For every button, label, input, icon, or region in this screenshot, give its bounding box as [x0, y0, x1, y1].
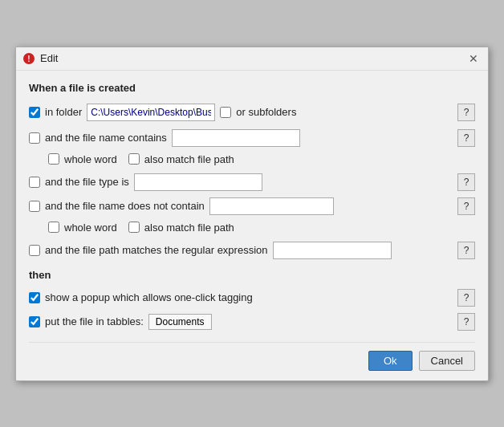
- name-contains-label: and the file name contains: [45, 132, 167, 144]
- also-match-path-2-checkbox[interactable]: [128, 222, 140, 233]
- footer: Ok Cancel: [29, 342, 475, 371]
- show-popup-row: show a popup which allows one-click tagg…: [29, 289, 475, 307]
- folder-help-button[interactable]: ?: [457, 104, 475, 121]
- name-contains-checkbox[interactable]: [29, 132, 40, 144]
- regex-row: and the file path matches the regular ex…: [29, 242, 475, 259]
- show-popup-label: show a popup which allows one-click tagg…: [45, 291, 253, 303]
- name-not-contain-label: and the file name does not contain: [45, 200, 205, 212]
- file-type-input[interactable]: [134, 173, 262, 191]
- or-subfolders-checkbox[interactable]: [220, 107, 231, 118]
- name-not-contain-row: and the file name does not contain ?: [29, 197, 475, 215]
- edit-dialog: ! Edit ✕ When a file is created in folde…: [15, 47, 489, 381]
- whole-word-2-checkbox[interactable]: [48, 222, 59, 233]
- dialog-body: When a file is created in folder or subf…: [16, 71, 488, 380]
- also-match-path-1-label: also match file path: [144, 153, 234, 165]
- dialog-title: Edit: [40, 52, 58, 64]
- regex-label: and the file path matches the regular ex…: [45, 244, 268, 256]
- svg-text:!: !: [27, 55, 30, 63]
- name-contains-options-row: whole word also match file path: [48, 153, 475, 165]
- name-not-contain-input[interactable]: [209, 197, 334, 215]
- folder-row: in folder or subfolders ?: [29, 104, 475, 121]
- ok-button[interactable]: Ok: [368, 351, 413, 371]
- regex-input[interactable]: [273, 242, 392, 259]
- documents-button[interactable]: Documents: [148, 314, 212, 330]
- in-folder-label: in folder: [45, 106, 82, 118]
- name-contains-input[interactable]: [172, 129, 300, 147]
- whole-word-2-label: whole word: [64, 222, 117, 234]
- show-popup-checkbox[interactable]: [29, 292, 40, 303]
- name-not-contain-checkbox[interactable]: [29, 201, 40, 212]
- in-folder-checkbox[interactable]: [29, 107, 40, 118]
- regex-checkbox[interactable]: [29, 245, 40, 256]
- put-in-tables-label: put the file in tabbles:: [45, 315, 144, 327]
- file-type-checkbox[interactable]: [29, 177, 40, 188]
- then-label: then: [29, 269, 475, 281]
- app-icon: !: [22, 52, 35, 65]
- name-not-contain-options-row: whole word also match file path: [48, 222, 475, 234]
- also-match-path-1-checkbox[interactable]: [128, 153, 140, 165]
- file-type-row: and the file type is ?: [29, 173, 475, 191]
- title-bar-left: ! Edit: [22, 52, 58, 65]
- show-popup-help-button[interactable]: ?: [457, 289, 475, 307]
- title-bar: ! Edit ✕: [16, 47, 488, 71]
- name-not-contain-help-button[interactable]: ?: [457, 197, 475, 215]
- put-in-tables-checkbox[interactable]: [29, 316, 40, 327]
- cancel-button[interactable]: Cancel: [419, 351, 475, 371]
- regex-help-button[interactable]: ?: [457, 242, 475, 259]
- whole-word-1-checkbox[interactable]: [48, 153, 59, 165]
- or-subfolders-label: or subfolders: [236, 106, 296, 118]
- also-match-path-2-label: also match file path: [144, 222, 234, 234]
- whole-word-1-label: whole word: [64, 153, 117, 165]
- name-contains-help-button[interactable]: ?: [457, 129, 475, 147]
- put-in-tables-row: put the file in tabbles: Documents ?: [29, 313, 475, 331]
- file-type-label: and the file type is: [45, 176, 129, 188]
- folder-input[interactable]: [87, 104, 215, 121]
- put-in-tables-help-button[interactable]: ?: [457, 313, 475, 331]
- name-contains-row: and the file name contains ?: [29, 129, 475, 147]
- close-button[interactable]: ✕: [467, 53, 480, 64]
- when-section-title: When a file is created: [29, 82, 475, 94]
- file-type-help-button[interactable]: ?: [457, 173, 475, 191]
